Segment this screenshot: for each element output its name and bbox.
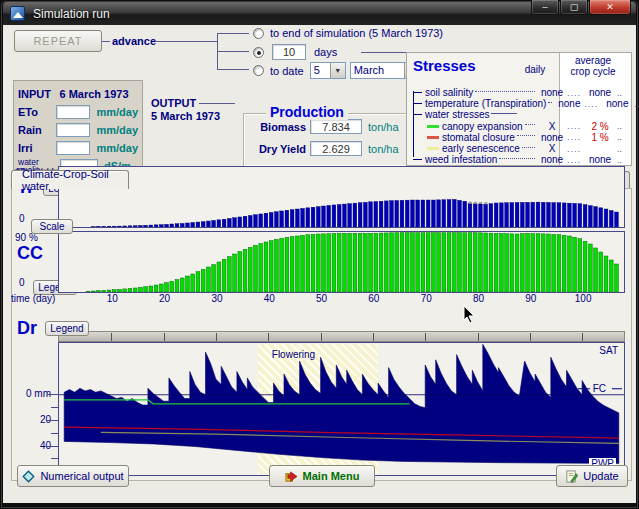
- tab-climate-crop-soil-water[interactable]: Climate-Crop-Soil water: [11, 170, 129, 189]
- tr-stress-mark: [469, 202, 472, 204]
- stress-row-weed-infestation: weed infestationnone....none..: [413, 154, 629, 165]
- input-row-unit: mm/day: [96, 124, 138, 136]
- eto-field[interactable]: [56, 105, 91, 119]
- dotted-leader: [525, 124, 535, 125]
- stress-color-swatch: [427, 136, 439, 139]
- stress-label: water stresses: [425, 109, 489, 120]
- option-to-end-label: to end of simulation (5 March 1973): [270, 27, 443, 39]
- option-days[interactable]: 10 days: [253, 44, 337, 60]
- x-axis-tick: [164, 333, 165, 341]
- fc-label: FC: [593, 383, 606, 394]
- tr-bar: [547, 202, 551, 227]
- cc-bar: [290, 237, 294, 292]
- connector-line: [217, 51, 249, 52]
- radio-to-end[interactable]: [253, 28, 264, 39]
- dotted-leader: ..: [617, 132, 629, 142]
- cc-bar: [238, 252, 242, 292]
- tr-bar: [165, 224, 169, 227]
- output-title: OUTPUT: [151, 97, 196, 109]
- cc-bar: [416, 233, 420, 292]
- production-row-label: Biomass: [244, 121, 306, 133]
- time-axis-label: time (day): [11, 293, 55, 304]
- maximize-button[interactable]: ▢: [560, 0, 588, 15]
- x-axis-tick: [268, 333, 269, 341]
- irri-field[interactable]: [56, 141, 91, 155]
- cc-bar: [411, 233, 415, 292]
- tr-bar: [259, 214, 263, 227]
- tr-bar: [112, 226, 116, 227]
- tr-bar: [280, 211, 284, 227]
- cc-bar: [86, 291, 90, 292]
- dr-y-tick: [47, 446, 58, 447]
- tr-stress-mark: [474, 202, 477, 204]
- dotted-leader: [475, 91, 535, 92]
- production-row: Dry Yield2.629ton/ha: [244, 139, 408, 158]
- cc-bar: [248, 247, 252, 292]
- scale-button[interactable]: Scale: [31, 219, 73, 234]
- dotted-leader: ....: [567, 144, 583, 154]
- cc-bar: [259, 244, 263, 292]
- stress-color-swatch: [427, 125, 439, 128]
- tr-bar: [531, 202, 535, 227]
- stress-daily-value: X: [537, 143, 567, 154]
- repeat-button[interactable]: REPEAT: [14, 30, 102, 52]
- cc-bar: [573, 237, 577, 292]
- option-to-end[interactable]: to end of simulation (5 March 1973): [253, 27, 443, 39]
- cc-bar: [578, 239, 582, 292]
- rain-field[interactable]: [56, 123, 91, 137]
- x-axis-tick-label: 10: [102, 293, 122, 304]
- x-axis-tick: [530, 333, 531, 341]
- cc-bar: [479, 233, 483, 292]
- production-row-unit: ton/ha: [368, 121, 399, 133]
- tr-bar: [369, 202, 373, 227]
- dr-legend-button[interactable]: Legend: [45, 321, 89, 336]
- tr-bar: [604, 209, 608, 227]
- numerical-output-button[interactable]: Numerical output: [17, 465, 129, 487]
- x-axis-tick: [321, 333, 322, 341]
- tr-bar: [599, 208, 603, 227]
- update-button[interactable]: Update: [556, 465, 628, 487]
- tr-bar: [421, 200, 425, 227]
- cc-bar: [301, 235, 305, 292]
- tr-bar: [568, 203, 572, 227]
- tr-bar: [390, 201, 394, 227]
- cc-bar: [374, 233, 378, 292]
- cc-bar: [123, 289, 127, 292]
- cc-bar: [489, 233, 493, 292]
- stresses-title: Stresses: [413, 57, 476, 74]
- stresses-col-average-line2: crop cycle: [563, 66, 623, 77]
- day-select[interactable]: 5 ▼: [310, 62, 346, 79]
- tr-bar: [207, 221, 211, 227]
- dr-legend-label: Legend: [50, 323, 83, 334]
- biomass-value: 7.834: [310, 119, 362, 134]
- stresses-panel: Stresses daily average crop cycle soil s…: [406, 52, 632, 166]
- cc-bar: [536, 234, 540, 292]
- cc-bar: [191, 274, 195, 292]
- stress-daily-value: X: [537, 121, 567, 132]
- chevron-down-icon[interactable]: ▼: [330, 63, 345, 78]
- tr-bar: [353, 203, 357, 227]
- cc-bar: [275, 239, 279, 292]
- dr-y-minor-tick: [51, 458, 58, 459]
- input-panel: INPUT 6 March 1973 ETomm/dayRainmm/dayIr…: [13, 80, 143, 170]
- radio-to-date[interactable]: [253, 65, 264, 76]
- cc-bar: [264, 242, 268, 292]
- x-axis-tick-label: 30: [207, 293, 227, 304]
- tr-bar: [154, 225, 158, 227]
- minimize-button[interactable]: –: [531, 0, 559, 15]
- cc-bar: [421, 233, 425, 292]
- cc-bar: [97, 291, 101, 292]
- repeat-label: REPEAT: [33, 35, 82, 47]
- cc-bar: [353, 233, 357, 292]
- x-axis-tick-label: 80: [469, 293, 489, 304]
- dotted-leader: [499, 158, 535, 159]
- cc-bar: [295, 236, 299, 292]
- close-button[interactable]: ✕: [589, 0, 631, 15]
- radio-days[interactable]: [253, 47, 264, 58]
- main-menu-button[interactable]: Main Menu: [269, 465, 375, 487]
- days-input[interactable]: 10: [272, 44, 306, 60]
- tr-bar: [139, 226, 143, 228]
- cc-bar: [390, 233, 394, 292]
- stress-average-value: 2 %: [583, 121, 617, 132]
- dr-axis-bar: [58, 331, 625, 342]
